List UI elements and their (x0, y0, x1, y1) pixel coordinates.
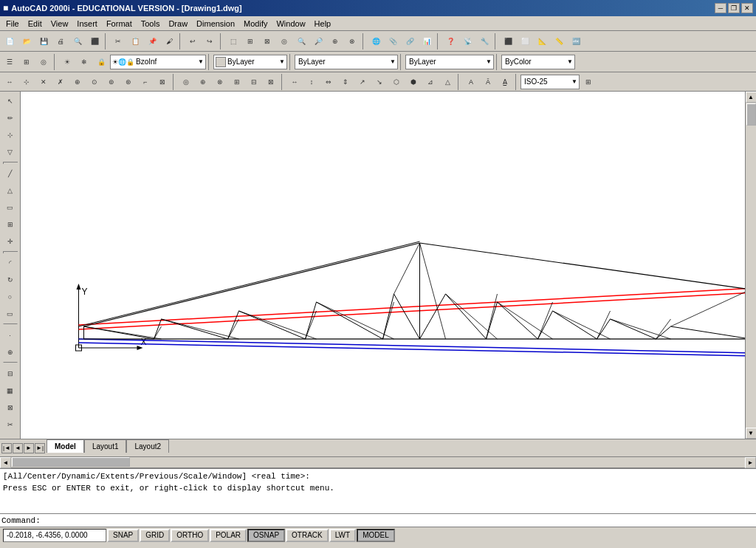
array-tool[interactable]: ▦ (2, 383, 18, 399)
tb-btn-o[interactable]: 🔧 (476, 33, 492, 49)
triangle-tool[interactable]: △ (2, 182, 18, 199)
tb-btn-h[interactable]: ⊗ (344, 33, 360, 49)
draw10-btn[interactable]: ⇕ (337, 74, 354, 90)
vscroll-track[interactable] (746, 103, 757, 428)
draw2-btn[interactable]: ⊕ (195, 74, 211, 90)
cut-button[interactable]: ✂ (110, 33, 126, 49)
tb-btn-j[interactable]: 📎 (385, 33, 401, 49)
grid-tool[interactable]: ⊞ (2, 216, 18, 233)
new-button[interactable]: 📄 (1, 33, 18, 49)
layer-freeze-button[interactable]: ❄ (76, 54, 92, 70)
menu-file[interactable]: File (1, 16, 24, 30)
copy-button[interactable]: 📋 (127, 33, 143, 49)
hscroll-left-button[interactable]: ◄ (0, 457, 11, 468)
command-input-row[interactable]: Command: (0, 513, 756, 527)
mirror-tool[interactable]: ⊟ (2, 366, 18, 382)
layer-props-button[interactable]: ⊞ (18, 54, 35, 70)
model-button[interactable]: MODEL (357, 529, 395, 542)
restore-button[interactable]: ❐ (728, 3, 740, 13)
tb-btn-b[interactable]: ⊞ (242, 33, 258, 49)
minimize-button[interactable]: ─ (715, 3, 726, 13)
rect-tool[interactable]: ▭ (2, 199, 18, 216)
draw14-btn[interactable]: ⬢ (405, 74, 422, 90)
draw6-btn[interactable]: ⊠ (263, 74, 279, 90)
scale-tool[interactable]: ▭ (2, 306, 18, 322)
tab-model[interactable]: Model (47, 439, 84, 453)
menu-edit[interactable]: Edit (24, 16, 47, 30)
otrack-button[interactable]: OTRACK (286, 529, 329, 542)
tab-layout1[interactable]: Layout1 (84, 439, 127, 453)
tb-btn-s[interactable]: 📏 (551, 33, 567, 49)
linetype-dropdown[interactable]: ByLayer ▼ (295, 55, 398, 69)
draw17-btn[interactable]: ⊞ (580, 74, 597, 90)
draw11-btn[interactable]: ↗ (354, 74, 371, 90)
menu-modify[interactable]: Modify (239, 16, 272, 30)
lwt-button[interactable]: LWT (329, 529, 356, 542)
snap9-toolbar-btn[interactable]: ⌐ (137, 74, 154, 90)
snap4-toolbar-btn[interactable]: ✗ (52, 74, 69, 90)
tb-btn-r[interactable]: 📐 (534, 33, 550, 49)
open-button[interactable]: 📂 (18, 33, 35, 49)
offset-tool[interactable]: ⊠ (2, 400, 18, 416)
polar-button[interactable]: POLAR (210, 529, 247, 542)
menu-dimension[interactable]: Dimension (192, 16, 239, 30)
snap-button[interactable]: SNAP (107, 529, 139, 542)
undo-button[interactable]: ↩ (185, 33, 201, 49)
ortho-button[interactable]: ORTHO (171, 529, 209, 542)
snap6-toolbar-btn[interactable]: ⊙ (86, 74, 103, 90)
vscroll-thumb[interactable] (746, 103, 756, 126)
tb-btn-i[interactable]: 🌐 (368, 33, 384, 49)
trim-tool[interactable]: ✂ (2, 417, 18, 433)
rotate-tool[interactable]: ↻ (2, 272, 18, 288)
menu-help[interactable]: Help (310, 16, 336, 30)
node-tool[interactable]: ⊕ (2, 344, 18, 360)
draw8-btn[interactable]: ↕ (303, 74, 320, 90)
tb-btn-p[interactable]: ⬛ (500, 33, 516, 49)
color-dropdown[interactable]: ByLayer ▼ (213, 55, 287, 69)
tb-btn-d[interactable]: ◎ (276, 33, 292, 49)
save-button[interactable]: 💾 (35, 33, 52, 49)
redo-button[interactable]: ↪ (202, 33, 218, 49)
move-tool[interactable]: ✛ (2, 233, 18, 250)
plotstyle-dropdown[interactable]: ByColor ▼ (501, 55, 575, 69)
extend-tool[interactable]: ↔ (2, 434, 18, 439)
draw12-btn[interactable]: ↘ (371, 74, 388, 90)
tab-next-button[interactable]: ► (24, 443, 34, 453)
menu-window[interactable]: Window (272, 16, 309, 30)
lineweight-dropdown[interactable]: ByLayer ▼ (405, 55, 494, 69)
preview-button[interactable]: 🔍 (69, 33, 86, 49)
arc-tool[interactable]: ◜ (2, 255, 18, 271)
menu-insert[interactable]: Insert (72, 16, 102, 30)
snap-toolbar-btn[interactable]: ↔ (1, 74, 18, 90)
scroll-down-button[interactable]: ▼ (746, 428, 757, 439)
hscroll-track[interactable] (11, 456, 745, 469)
snap8-toolbar-btn[interactable]: ⊛ (120, 74, 137, 90)
draw9-btn[interactable]: ⇔ (320, 74, 337, 90)
draw15-btn[interactable]: ⊿ (422, 74, 439, 90)
text3-btn[interactable]: A̲ (497, 74, 513, 90)
h-scrollbar[interactable]: ◄ ► (0, 456, 756, 467)
snap7-toolbar-btn[interactable]: ⊚ (103, 74, 120, 90)
paste-button[interactable]: 📌 (144, 33, 160, 49)
text2-btn[interactable]: Â (480, 74, 496, 90)
draw3-btn[interactable]: ⊗ (212, 74, 228, 90)
print-button[interactable]: 🖨 (52, 33, 69, 49)
osnap-button[interactable]: OSNAP (247, 529, 285, 542)
command-input[interactable] (42, 516, 756, 525)
draw5-btn[interactable]: ⊟ (246, 74, 262, 90)
dim-style-dropdown[interactable]: ISO-25 ▼ (520, 75, 580, 89)
plot-button[interactable]: ⬛ (86, 33, 103, 49)
tab-layout2[interactable]: Layout2 (126, 439, 169, 453)
tab-last-button[interactable]: ►| (35, 443, 45, 453)
hscroll-thumb[interactable] (12, 457, 130, 467)
draw7-btn[interactable]: ↔ (286, 74, 303, 90)
layer-dropdown[interactable]: ☀🌐🔒 BzoInf ▼ (110, 55, 206, 69)
canvas-area[interactable]: Y X (21, 92, 745, 439)
layers-button[interactable]: ☰ (1, 54, 18, 70)
tb-btn-c[interactable]: ⊠ (259, 33, 275, 49)
tb-btn-k[interactable]: 🔗 (402, 33, 418, 49)
tab-first-button[interactable]: |◄ (1, 443, 12, 453)
layer-on-button[interactable]: ☀ (59, 54, 75, 70)
tb-btn-a[interactable]: ⬚ (225, 33, 241, 49)
close-button[interactable]: ✕ (741, 3, 753, 13)
